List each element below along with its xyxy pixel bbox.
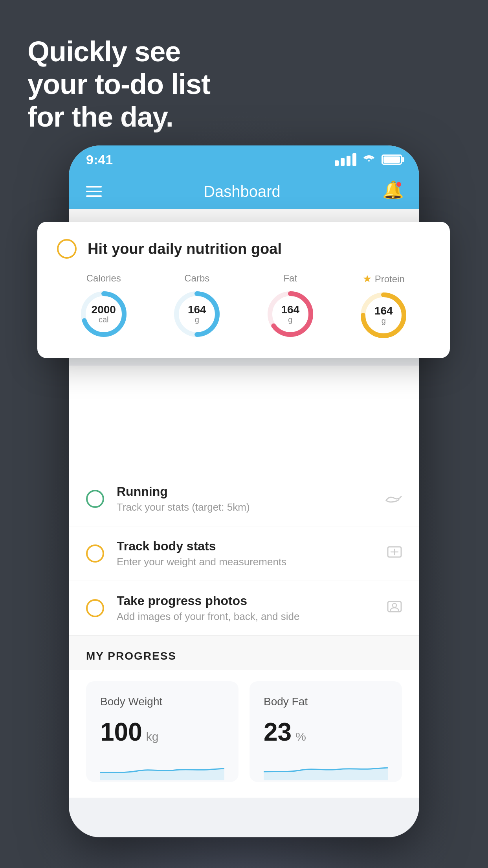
body-fat-sparkline [264,757,388,780]
carbs-label: Carbs [184,273,209,284]
carbs-value: 164 [188,304,206,315]
card-header: Hit your daily nutrition goal [57,239,430,259]
body-weight-card[interactable]: Body Weight 100 kg [86,681,238,782]
nutrition-carbs: Carbs 164 g [171,273,222,340]
status-bar: 9:41 [69,145,419,174]
status-icons [335,153,402,166]
todo-item-body-stats[interactable]: Track body stats Enter your weight and m… [69,526,419,581]
body-fat-card[interactable]: Body Fat 23 % [250,681,402,782]
todo-checkbox-photos[interactable] [86,599,104,617]
carbs-unit: g [188,315,206,324]
todo-desc-running: Track your stats (target: 5km) [117,501,373,513]
todo-item-photos[interactable]: Take progress photos Add images of your … [69,581,419,636]
todo-checkbox-running[interactable] [86,490,104,508]
body-weight-unit: kg [146,730,159,743]
body-fat-value-row: 23 % [264,717,388,747]
signal-icon [335,153,356,166]
battery-icon [382,154,402,165]
todo-name-running: Running [117,484,373,499]
svg-point-2 [393,603,396,607]
todo-text-body-stats: Track body stats Enter your weight and m… [117,539,374,568]
todo-name-photos: Take progress photos [117,594,374,608]
calories-donut: 2000 cal [78,289,129,340]
nutrition-protein: ★ Protein 164 g [358,273,409,341]
nutrition-goal-card: Hit your daily nutrition goal Calories 2… [37,222,450,358]
body-weight-value: 100 [100,717,142,747]
todo-text-photos: Take progress photos Add images of your … [117,594,374,623]
wifi-icon [363,153,375,166]
todo-desc-photos: Add images of your front, back, and side [117,611,374,623]
headline-line2: your to-do list [28,68,210,100]
calories-unit: cal [92,315,116,324]
todo-item-running[interactable]: Running Track your stats (target: 5km) [69,472,419,526]
nav-title: Dashboard [204,183,281,200]
todo-text-running: Running Track your stats (target: 5km) [117,484,373,513]
protein-unit: g [374,316,393,326]
progress-cards-container: Body Weight 100 kg Body Fat 23 % [69,670,419,798]
calories-value: 2000 [92,304,116,315]
status-time: 9:41 [86,152,113,167]
nutrition-grid: Calories 2000 cal Carbs [57,273,430,341]
fat-value: 164 [281,304,299,315]
todo-name-body-stats: Track body stats [117,539,374,554]
body-fat-value: 23 [264,717,292,747]
nutrition-calories: Calories 2000 cal [78,273,129,340]
todo-checkbox-body-stats[interactable] [86,544,104,563]
notification-dot [396,181,402,188]
protein-donut: 164 g [358,290,409,341]
nutrition-fat: Fat 164 g [265,273,316,340]
calories-label: Calories [86,273,121,284]
scale-icon [387,544,402,563]
headline-line3: for the day. [28,101,173,132]
protein-value: 164 [374,305,393,316]
protein-star-icon: ★ [363,273,372,285]
body-weight-title: Body Weight [100,695,224,708]
fat-unit: g [281,315,299,324]
body-fat-unit: % [295,730,306,743]
nav-bar: Dashboard 🔔 [69,174,419,209]
headline-text: Quickly see your to-do list for the day. [28,35,210,133]
notification-bell-icon[interactable]: 🔔 [382,181,402,202]
running-shoe-icon [385,491,402,507]
hamburger-menu[interactable] [86,186,102,197]
protein-label: ★ Protein [363,273,405,285]
body-weight-sparkline [100,757,224,780]
carbs-donut: 164 g [171,289,222,340]
fat-donut: 164 g [265,289,316,340]
todo-desc-body-stats: Enter your weight and measurements [117,556,374,568]
fat-label: Fat [283,273,297,284]
progress-section-title: MY PROGRESS [86,650,176,662]
nutrition-checkbox[interactable] [57,239,77,259]
body-weight-value-row: 100 kg [100,717,224,747]
photo-person-icon [387,599,402,618]
my-progress-section: MY PROGRESS Body Weight 100 kg [69,636,419,798]
todo-list: Running Track your stats (target: 5km) T… [69,366,419,798]
headline-line1: Quickly see [28,36,180,67]
body-fat-title: Body Fat [264,695,388,708]
nutrition-card-title: Hit your daily nutrition goal [88,241,282,257]
